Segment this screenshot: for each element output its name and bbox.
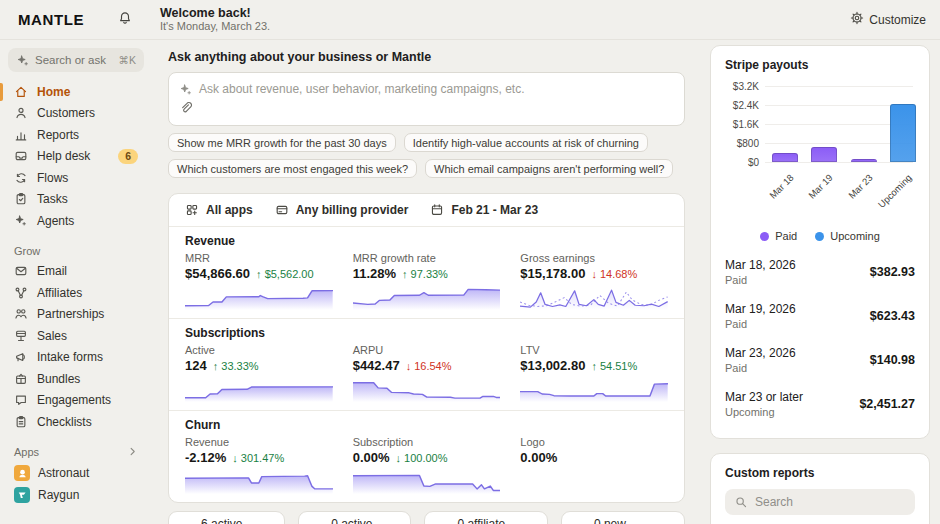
sparkline-chart <box>185 284 333 310</box>
filter-label: All apps <box>206 203 253 217</box>
sidebar-item-tasks[interactable]: Tasks <box>8 189 144 211</box>
metric-value: 0.00% <box>353 450 390 465</box>
quick-link-0-affiliate-payo[interactable]: 0 affiliate payo... <box>424 511 547 524</box>
suggestion-chip[interactable]: Show me MRR growth for the past 30 days <box>168 133 396 152</box>
metric-label: Logo <box>520 436 668 449</box>
metric-section-revenue: Revenue MRR $54,866.60↑ $5,562.00 MRR gr… <box>169 227 684 318</box>
sparkline-chart <box>353 376 501 402</box>
sidebar-item-label: Tasks <box>37 192 68 206</box>
sidebar-item-reports[interactable]: Reports <box>8 124 144 146</box>
ask-input[interactable]: Ask about revenue, user behavior, market… <box>168 72 685 126</box>
payout-amount: $382.93 <box>870 265 915 279</box>
sidebar-item-label: Sales <box>37 329 67 343</box>
sidebar-item-partnerships[interactable]: Partnerships <box>8 304 144 326</box>
sidebar-item-customers[interactable]: Customers <box>8 103 144 125</box>
custom-reports-card: Custom reports Search Overview <box>710 453 930 524</box>
sparkle-icon <box>16 54 29 67</box>
gear-icon <box>850 11 864 28</box>
suggestion-chip[interactable]: Identify high-value accounts at risk of … <box>404 133 648 152</box>
filter-any-billing-provider[interactable]: Any billing provider <box>275 203 409 217</box>
welcome-subtitle: It's Monday, March 23. <box>160 20 850 33</box>
quick-link-label: 0 affiliate payo... <box>457 517 509 524</box>
metric-label: ARPU <box>353 344 501 357</box>
grow-nav: Email Affiliates Partnerships Sales Inta… <box>8 261 144 433</box>
sidebar-item-label: Raygun <box>38 488 79 502</box>
payout-info: Mar 23 or later Upcoming <box>725 390 803 419</box>
chip-row: Show me MRR growth for the past 30 daysI… <box>168 133 685 152</box>
payout-amount: $2,451.27 <box>859 397 915 411</box>
sparkline-chart <box>353 284 501 310</box>
sidebar-app-raygun[interactable]: Raygun <box>8 484 144 506</box>
y-axis-tick: $0 <box>725 157 759 168</box>
filter-label: Any billing provider <box>296 203 409 217</box>
quick-link-0-new-users-th[interactable]: 0 new users th... <box>561 511 685 524</box>
credit-card-icon <box>275 203 289 217</box>
attach-file-button[interactable] <box>179 101 193 118</box>
sidebar-item-label: Checklists <box>37 415 92 429</box>
grow-label-text: Grow <box>14 245 40 257</box>
payout-row: Mar 18, 2026 Paid $382.93 <box>725 250 915 294</box>
apps-section-header[interactable]: Apps <box>14 446 138 459</box>
chip-row: Which customers are most engaged this we… <box>168 159 685 178</box>
stripe-payouts-card: Stripe payouts $3.2K$2.4K$1.6K$800$0Mar … <box>710 45 930 439</box>
quick-link-0-active-deals[interactable]: 0 active deals <box>298 511 411 524</box>
sidebar-item-engagements[interactable]: Engagements <box>8 390 144 412</box>
metric-arpu: ARPU $442.47↓ 16.54% <box>353 344 501 402</box>
search-placeholder: Search <box>755 495 793 509</box>
metric-delta: ↓ 14.68% <box>591 268 637 280</box>
filter-all-apps[interactable]: All apps <box>185 203 253 217</box>
metric-delta: ↑ $5,562.00 <box>256 268 314 280</box>
payout-info: Mar 19, 2026 Paid <box>725 302 796 331</box>
metric-delta: ↓ 100.00% <box>396 452 448 464</box>
custom-reports-search-input[interactable]: Search <box>725 489 915 515</box>
metric-delta: ↑ 54.51% <box>591 360 637 372</box>
right-column: Stripe payouts $3.2K$2.4K$1.6K$800$0Mar … <box>700 40 940 524</box>
metric-value: $13,002.80 <box>520 358 585 373</box>
logo-zone: MANTLE <box>0 9 152 31</box>
payout-row: Mar 23, 2026 Paid $140.98 <box>725 338 915 382</box>
suggestion-chip[interactable]: Which customers are most engaged this we… <box>168 159 417 178</box>
sidebar-item-intake-forms[interactable]: Intake forms <box>8 347 144 369</box>
sidebar-item-help-desk[interactable]: Help desk6 <box>8 146 144 168</box>
custom-report-overview[interactable]: Overview <box>725 515 915 524</box>
metric-value: -2.12% <box>185 450 226 465</box>
quick-link-label: 0 active deals <box>331 517 373 524</box>
sidebar-item-bundles[interactable]: Bundles <box>8 368 144 390</box>
sidebar-item-email[interactable]: Email <box>8 261 144 283</box>
sidebar-item-label: Affiliates <box>37 286 82 300</box>
metric-delta: ↑ 97.33% <box>402 268 448 280</box>
sidebar-item-sales[interactable]: Sales <box>8 325 144 347</box>
apps-nav: Astronaut Raygun <box>8 463 144 506</box>
top-bar: MANTLE Welcome back! It's Monday, March … <box>0 0 940 40</box>
payout-date: Mar 18, 2026 <box>725 258 796 273</box>
custom-reports-list: Overview <box>725 515 915 524</box>
sidebar-item-checklists[interactable]: Checklists <box>8 411 144 433</box>
bar-mar-18 <box>772 153 798 162</box>
metric-value: 11.28% <box>353 266 396 281</box>
notifications-bell-button[interactable] <box>114 9 136 31</box>
sidebar-item-agents[interactable]: Agents <box>8 210 144 232</box>
count-badge: 6 <box>118 149 138 164</box>
sidebar-item-label: Agents <box>37 214 74 228</box>
metric-label: Gross earnings <box>520 252 668 265</box>
chat-icon <box>14 393 29 407</box>
suggestion-chip[interactable]: Which email campaigns aren't performing … <box>425 159 673 178</box>
sidebar-item-flows[interactable]: Flows <box>8 167 144 189</box>
customize-button[interactable]: Customize <box>850 11 926 28</box>
payout-status: Paid <box>725 317 796 331</box>
clipboard-check-icon <box>14 192 29 206</box>
search-or-ask-button[interactable]: Search or ask ⌘K <box>8 48 144 72</box>
sidebar-item-affiliates[interactable]: Affiliates <box>8 282 144 304</box>
sidebar-app-astronaut[interactable]: Astronaut <box>8 463 144 485</box>
quick-link-6-active-tickets[interactable]: 6 active tickets <box>168 511 285 524</box>
metric-ltv: LTV $13,002.80↑ 54.51% <box>520 344 668 402</box>
filter-feb-21-mar-23[interactable]: Feb 21 - Mar 23 <box>430 203 538 217</box>
quick-link-label: 6 active tickets <box>201 517 247 524</box>
astronaut-app-icon <box>14 465 30 481</box>
sidebar-item-home[interactable]: Home <box>8 81 144 103</box>
metric-value: $442.47 <box>353 358 400 373</box>
legend-item-paid: Paid <box>760 230 797 242</box>
quick-links-row: 6 active tickets 0 active deals 0 affili… <box>168 511 685 524</box>
gridline <box>765 86 913 87</box>
metric-value: $15,178.00 <box>520 266 585 281</box>
